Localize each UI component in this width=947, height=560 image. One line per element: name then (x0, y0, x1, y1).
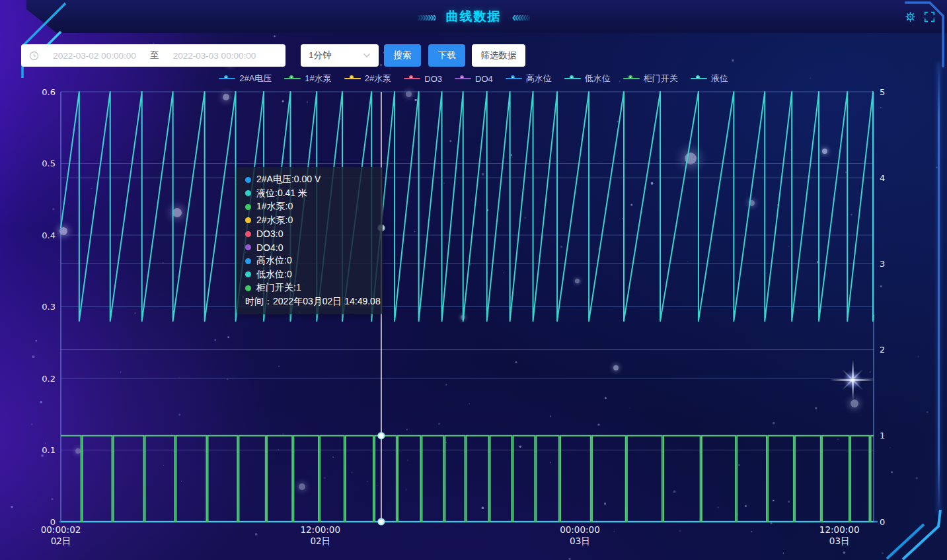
tooltip-value-text: 柜门开关:1 (256, 282, 301, 294)
x-tick-day: 02日 (310, 536, 330, 546)
x-tick-day: 02日 (51, 536, 71, 546)
tooltip-value-text: 2#水泵:0 (256, 215, 293, 227)
x-tick-time-00:00:00: 00:00:00 (560, 524, 600, 535)
y-right-label-2: 2 (880, 345, 885, 355)
y-right-label-3: 3 (880, 259, 885, 269)
series-color-dot (245, 177, 251, 183)
y-right-label-4: 4 (880, 173, 885, 183)
tooltip-row-液位: 液位:0.41 米 (245, 187, 374, 201)
tooltip-value-text: DO4:0 (256, 242, 283, 253)
series-line-柜门开关 (61, 436, 874, 522)
tooltip-row-DO4: DO4:0 (245, 241, 374, 255)
series-color-dot (245, 285, 251, 291)
y-left-label-0.1: 0.1 (42, 445, 56, 455)
series-line-液位 (61, 92, 874, 321)
y-left-label-0.2: 0.2 (42, 374, 56, 384)
tooltip-row-柜门开关: 柜门开关:1 (245, 281, 374, 295)
tooltip-row-低水位: 低水位:0 (245, 268, 374, 282)
y-left-label-0.4: 0.4 (42, 230, 56, 240)
curve-data-dashboard: ››››››› 曲线数据 ‹‹‹‹‹‹‹ (0, 0, 947, 560)
series-color-dot (245, 231, 251, 237)
tooltip-value-text: 高水位:0 (256, 255, 292, 267)
tooltip-row-1#水泵: 1#水泵:0 (245, 200, 374, 214)
y-right-label-0: 0 (880, 517, 885, 527)
series-color-dot (245, 217, 251, 223)
y-left-label-0.3: 0.3 (42, 302, 56, 312)
chart-tooltip: 2#A电压:0.00 V液位:0.41 米1#水泵:02#水泵:0DO3:0DO… (237, 167, 383, 314)
tooltip-row-DO3: DO3:0 (245, 227, 374, 241)
tooltip-time: 时间：2022年03月02日 14:49.08 (245, 295, 374, 309)
y-right-label-5: 5 (880, 87, 885, 97)
tooltip-value-text: 1#水泵:0 (256, 201, 293, 213)
tooltip-value-text: 液位:0.41 米 (256, 188, 307, 199)
x-tick-time-00:00:02: 00:00:02 (41, 524, 81, 535)
pointer-mark-柜门开关 (378, 433, 384, 438)
series-color-dot (245, 244, 251, 250)
series-color-dot (245, 190, 251, 196)
tooltip-row-2#A电压: 2#A电压:0.00 V (245, 173, 374, 187)
tooltip-row-高水位: 高水位:0 (245, 254, 374, 268)
tooltip-value-text: 低水位:0 (256, 269, 292, 281)
tooltip-value-text: 2#A电压:0.00 V (256, 174, 321, 186)
x-tick-day: 03日 (829, 536, 850, 546)
x-tick-time-12:00:00: 12:00:00 (819, 524, 860, 535)
series-color-dot (245, 271, 251, 277)
series-color-dot (245, 258, 251, 264)
y-left-label-0.6: 0.6 (42, 87, 56, 97)
y-left-label-0.5: 0.5 (42, 158, 56, 168)
tooltip-row-2#水泵: 2#水泵:0 (245, 214, 374, 228)
pointer-mark-2#A电压 (378, 518, 384, 524)
y-right-label-1: 1 (880, 431, 885, 440)
x-tick-day: 03日 (570, 536, 590, 546)
series-color-dot (245, 204, 251, 210)
x-tick-time-12:00:00: 12:00:00 (300, 524, 340, 535)
tooltip-value-text: DO3:0 (256, 228, 283, 239)
line-chart-canvas[interactable]: 00.10.20.30.40.50.601234500:00:0202日12:0… (0, 0, 947, 560)
